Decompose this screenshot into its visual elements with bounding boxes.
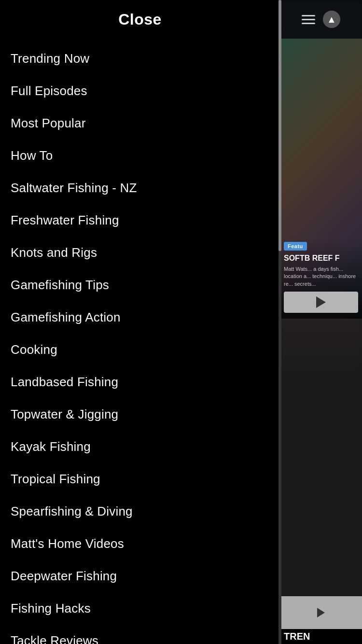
- feature-section: Featu SOFTB REEF F Matt Wats... a days f…: [280, 39, 362, 319]
- nav-item-kayak-fishing[interactable]: Kayak Fishing: [0, 431, 280, 463]
- trending-label-text: Tren: [284, 631, 310, 642]
- hamburger-line-2: [302, 19, 315, 20]
- content-header: ▲: [280, 0, 362, 39]
- nav-item-deepwater-fishing[interactable]: Deepwater Fishing: [0, 560, 280, 592]
- play-icon: [316, 296, 326, 308]
- nav-item-saltwater-fishing-nz[interactable]: Saltwater Fishing - NZ: [0, 172, 280, 204]
- nav-item-tropical-fishing[interactable]: Tropical Fishing: [0, 463, 280, 495]
- nav-item-tackle-reviews[interactable]: Tackle Reviews: [0, 625, 280, 644]
- nav-item-gamefishing-tips[interactable]: Gamefishing Tips: [0, 269, 280, 301]
- nav-item-landbased-fishing[interactable]: Landbased Fishing: [0, 366, 280, 398]
- featured-badge: Featu: [284, 242, 307, 251]
- content-panel: ▲ Featu SOFTB REEF F Matt Wats... a days…: [280, 0, 362, 644]
- feature-title: SOFTB REEF F: [284, 253, 358, 263]
- nav-item-how-to[interactable]: How To: [0, 140, 280, 172]
- nav-item-gamefishing-action[interactable]: Gamefishing Action: [0, 301, 280, 334]
- nav-item-freshwater-fishing[interactable]: Freshwater Fishing: [0, 204, 280, 237]
- nav-item-full-episodes[interactable]: Full Episodes: [0, 75, 280, 107]
- feature-overlay: Featu SOFTB REEF F Matt Wats... a days f…: [280, 238, 362, 319]
- close-header: Close: [0, 0, 280, 39]
- hamburger-icon[interactable]: [302, 15, 315, 24]
- trending-thumbnail[interactable]: [280, 596, 362, 629]
- feature-image: Featu SOFTB REEF F Matt Wats... a days f…: [280, 39, 362, 319]
- scrollbar-track[interactable]: [278, 0, 281, 644]
- nav-item-fishing-hacks[interactable]: Fishing Hacks: [0, 592, 280, 625]
- nav-item-topwater-jigging[interactable]: Topwater & Jigging: [0, 398, 280, 431]
- nav-item-spearfishing-diving[interactable]: Spearfishing & Diving: [0, 495, 280, 528]
- scrollbar-thumb[interactable]: [278, 0, 281, 251]
- feature-desc: Matt Wats... a days fish... location a..…: [284, 266, 358, 288]
- trending-label-area: Tren: [280, 629, 362, 644]
- nav-item-knots-and-rigs[interactable]: Knots and Rigs: [0, 237, 280, 269]
- trending-play-icon: [317, 608, 325, 617]
- nav-item-matts-home-videos[interactable]: Matt's Home Videos: [0, 528, 280, 560]
- hamburger-line-3: [302, 23, 315, 24]
- nav-list: Trending NowFull EpisodesMost PopularHow…: [0, 39, 280, 644]
- close-button[interactable]: Close: [118, 11, 162, 28]
- nav-item-trending-now[interactable]: Trending Now: [0, 42, 280, 75]
- hamburger-line-1: [302, 15, 315, 16]
- page-container: Close Trending NowFull EpisodesMost Popu…: [0, 0, 362, 644]
- user-icon[interactable]: ▲: [323, 11, 340, 28]
- play-button[interactable]: [284, 292, 358, 313]
- nav-item-cooking[interactable]: Cooking: [0, 334, 280, 366]
- trending-section: Tren: [280, 596, 362, 644]
- nav-panel: Close Trending NowFull EpisodesMost Popu…: [0, 0, 280, 644]
- nav-item-most-popular[interactable]: Most Popular: [0, 107, 280, 140]
